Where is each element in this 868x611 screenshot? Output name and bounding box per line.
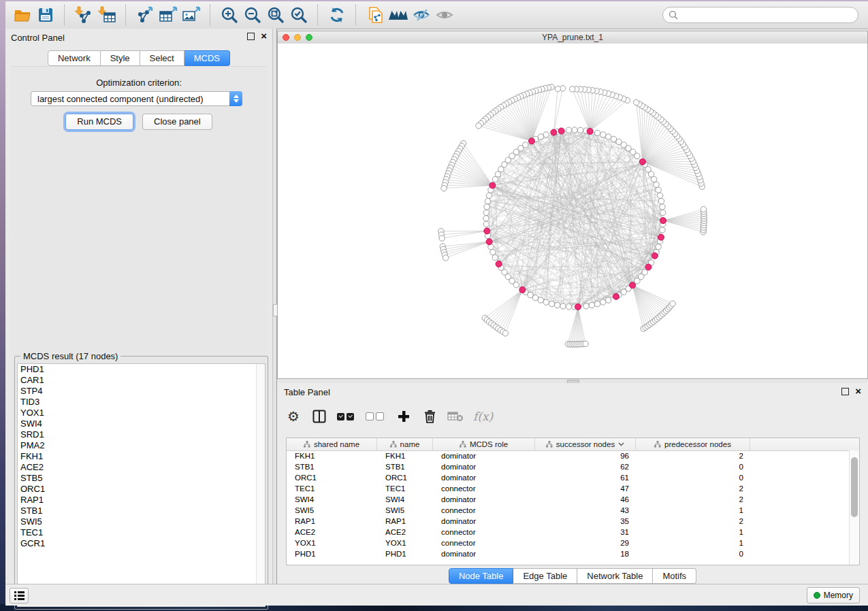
mcds-result-item[interactable]: TID3 <box>18 397 265 408</box>
hide-selected-button[interactable] <box>410 5 433 25</box>
column-header-predecessor-nodes[interactable]: predecessor nodes <box>636 438 750 450</box>
tab-network-table[interactable]: Network Table <box>577 568 653 584</box>
close-panel-button[interactable]: Close panel <box>142 114 212 130</box>
tab-motifs[interactable]: Motifs <box>653 568 696 584</box>
open-file-button[interactable] <box>11 5 34 25</box>
first-neighbors-icon <box>388 7 408 23</box>
show-panels-button[interactable] <box>10 588 29 604</box>
close-panel-icon[interactable]: × <box>261 32 267 40</box>
export-image-button[interactable] <box>180 5 203 25</box>
columns-button[interactable] <box>311 408 327 425</box>
add-button[interactable] <box>396 408 412 425</box>
window-close-icon[interactable] <box>283 34 289 41</box>
zoom-fit-button[interactable] <box>264 5 287 25</box>
mcds-result-item[interactable]: CAR1 <box>18 375 265 386</box>
toolbar-separator <box>125 5 127 25</box>
mcds-result-scrollbar[interactable] <box>256 364 265 606</box>
export-table-button[interactable] <box>157 5 180 25</box>
import-network-button[interactable] <box>72 5 95 25</box>
search-input[interactable] <box>681 10 858 20</box>
mcds-result-item[interactable]: GCR1 <box>18 538 265 549</box>
mcds-result-item[interactable]: SWI4 <box>18 418 265 429</box>
table-row[interactable]: FKH1FKH1dominator962 <box>287 450 850 461</box>
float-table-panel-icon[interactable] <box>841 388 849 395</box>
refresh-button[interactable] <box>325 5 349 25</box>
clear-table-button[interactable] <box>447 408 464 425</box>
export-network-button[interactable] <box>133 5 157 25</box>
deselect-all-button[interactable] <box>366 408 386 425</box>
import-table-button[interactable] <box>95 5 118 25</box>
show-all-button[interactable] <box>433 5 456 25</box>
mcds-result-item[interactable]: SRD1 <box>18 429 265 440</box>
network-window-titlebar[interactable]: YPA_prune.txt_1 <box>278 31 867 44</box>
function-builder-button[interactable]: f(x) <box>473 408 493 425</box>
mcds-result-list[interactable]: PHD1CAR1STP4TID3YOX1SWI4SRD1PMA2FKH1ACE2… <box>17 363 266 607</box>
window-minimize-icon[interactable] <box>294 34 301 41</box>
save-session-button[interactable] <box>34 5 57 25</box>
table-cell: 62 <box>535 461 636 472</box>
table-cell: dominator <box>433 548 535 559</box>
table-row[interactable]: ORC1ORC1dominator610 <box>287 472 850 483</box>
table-scrollbar[interactable] <box>849 450 859 565</box>
window-maximize-icon[interactable] <box>306 34 312 41</box>
mcds-result-item[interactable]: TEC1 <box>18 527 265 538</box>
zoom-selected-button[interactable] <box>287 5 310 25</box>
table-row[interactable]: STB1STB1dominator620 <box>287 461 850 472</box>
network-canvas[interactable] <box>278 44 867 378</box>
table-scrollbar-thumb[interactable] <box>851 457 858 517</box>
column-header-successor-nodes[interactable]: successor nodes <box>535 438 636 450</box>
tab-network[interactable]: Network <box>48 50 101 66</box>
zoom-in-button[interactable] <box>218 5 241 25</box>
close-table-panel-icon[interactable]: × <box>855 387 861 395</box>
column-header-shared-name[interactable]: shared name <box>287 438 377 450</box>
run-mcds-button[interactable]: Run MCDS <box>65 114 133 130</box>
zoom-in-icon <box>221 6 239 24</box>
mcds-result-item[interactable]: RAP1 <box>18 495 265 506</box>
zoom-out-button[interactable] <box>241 5 264 25</box>
tab-style[interactable]: Style <box>101 50 140 66</box>
table-cell: connector <box>433 505 535 516</box>
optimization-criterion-select[interactable]: largest connected component (undirected) <box>31 91 242 106</box>
gear-icon: ⚙ <box>287 410 300 423</box>
column-header-MCDS-role[interactable]: MCDS role <box>433 438 535 450</box>
mcds-result-item[interactable]: ORC1 <box>18 484 265 495</box>
tab-mcds[interactable]: MCDS <box>184 50 230 66</box>
zoom-out-icon <box>244 6 262 24</box>
add-icon <box>398 410 410 423</box>
mcds-result-item[interactable]: SWI5 <box>18 516 265 527</box>
vertical-splitter[interactable] <box>272 29 277 584</box>
delete-button[interactable] <box>421 408 438 425</box>
mcds-result-item[interactable]: STP4 <box>18 386 265 397</box>
tab-select[interactable]: Select <box>140 50 184 66</box>
network-graph[interactable] <box>278 44 867 378</box>
gear-button[interactable]: ⚙ <box>285 408 302 425</box>
mcds-result-item[interactable]: FKH1 <box>18 451 265 462</box>
tab-edge-table[interactable]: Edge Table <box>513 568 577 584</box>
mcds-result-item[interactable]: YOX1 <box>18 408 265 418</box>
column-header-name[interactable]: name <box>377 438 433 450</box>
select-all-button[interactable] <box>337 408 356 425</box>
tab-node-table[interactable]: Node Table <box>449 568 514 584</box>
network-search-field[interactable] <box>662 7 858 23</box>
mcds-result-item[interactable]: STB5 <box>18 473 265 484</box>
table-cell: SWI5 <box>287 505 377 516</box>
mcds-panel: Optimization criterion: largest connecte… <box>11 66 267 578</box>
mcds-result-item[interactable]: ACE2 <box>18 462 265 473</box>
duplicate-network-button[interactable] <box>364 5 387 25</box>
table-row[interactable]: ACE2ACE2connector311 <box>287 527 850 538</box>
first-neighbors-button[interactable] <box>387 5 410 25</box>
mcds-result-item[interactable]: PHD1 <box>18 364 265 375</box>
table-row[interactable]: SWI5SWI5connector431 <box>287 505 850 516</box>
mcds-result-item[interactable]: PMA2 <box>18 440 265 451</box>
zoom-fit-icon <box>267 6 285 24</box>
table-row[interactable]: TEC1TEC1connector472 <box>287 483 850 494</box>
float-panel-icon[interactable] <box>247 33 255 40</box>
sort-descending-icon <box>618 442 624 446</box>
table-row[interactable]: SWI4SWI4dominator462 <box>287 494 850 505</box>
table-row[interactable]: RAP1RAP1dominator352 <box>287 516 850 527</box>
mcds-result-item[interactable]: STB1 <box>18 506 265 516</box>
table-row[interactable]: YOX1YOX1connector291 <box>287 538 850 548</box>
memory-button[interactable]: Memory <box>807 587 860 604</box>
table-row[interactable]: PHD1PHD1dominator180 <box>287 548 850 559</box>
memory-status-icon <box>814 592 820 599</box>
